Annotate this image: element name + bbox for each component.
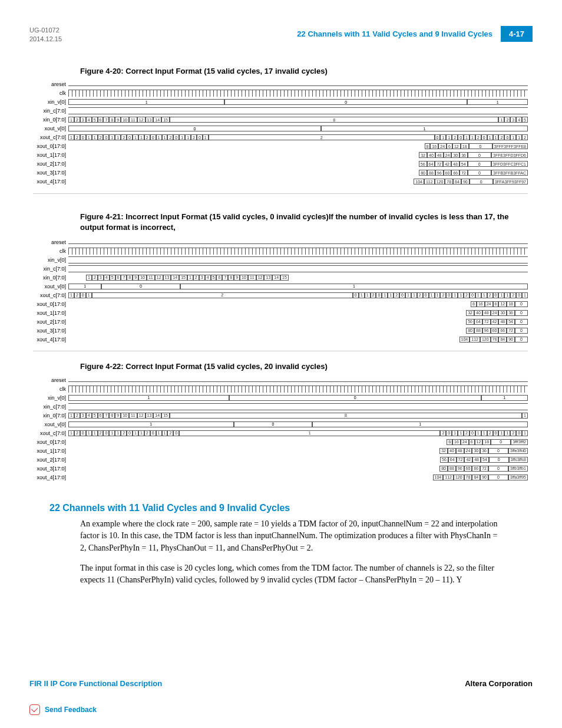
signal-label: xin_c[7:0] [33, 266, 68, 272]
signal-label: xout_3[17:0] [33, 328, 68, 334]
clock-trace [68, 386, 528, 393]
signal-label: xin_c[7:0] [33, 404, 68, 410]
signal-label: xin_0[7:0] [33, 413, 68, 419]
signal-trace: 80889660667203ffb3ffb1 [68, 466, 528, 472]
signal-label: xout_c[7:0] [33, 134, 68, 140]
signal-trace [68, 107, 528, 114]
signal-label: clk [33, 386, 68, 392]
signal-label: xin_v[0] [33, 99, 68, 105]
figure-4-21-waveform: areset clk xin_v[0] xin_c[7:0] xin_0[7:0… [33, 238, 528, 351]
signal-label: xin_v[0] [33, 257, 68, 263]
signal-label: xout_v[0] [33, 284, 68, 289]
signal-trace: 1201120112011201120112012011201120112011… [68, 134, 528, 140]
signal-trace [68, 241, 528, 244]
signal-label: xin_v[0] [33, 395, 68, 401]
signal-label: xout_1[17:0] [33, 448, 68, 454]
footer-chapter-title: FIR II IP Core Functional Description [29, 679, 162, 688]
signal-label: xout_4[17:0] [33, 337, 68, 342]
body-paragraph: The input format in this case is 20 cycl… [80, 562, 503, 587]
signal-label: xout_3[17:0] [33, 170, 68, 176]
signal-label: xout_2[17:0] [33, 161, 68, 167]
figure-4-22-waveform: areset clk xin_v[0]101 xin_c[7:0] xin_0[… [33, 375, 528, 489]
clock-trace [68, 90, 528, 97]
signal-trace: 123456789101112131415812345 [68, 117, 528, 123]
signal-label: areset [33, 81, 68, 87]
signal-label: xout_0[17:0] [33, 143, 68, 149]
signal-label: xout_4[17:0] [33, 179, 68, 185]
signal-trace: 10411212078849003ffa3ff95 [68, 475, 528, 480]
header-left: UG-01072 2014.12.15 [29, 26, 62, 44]
signal-trace [68, 265, 528, 272]
signal-trace: 816246121803FFF3FFF3FFE8 [68, 143, 528, 149]
signal-label: areset [33, 239, 68, 245]
signal-label: xout_0[17:0] [33, 301, 68, 307]
signal-trace [68, 403, 528, 410]
signal-label: xout_c[7:0] [33, 292, 68, 298]
figure-4-20-caption: Figure 4-20: Correct Input Format (15 va… [80, 67, 533, 75]
signal-trace: 816246121803fff3fff2 [68, 439, 528, 445]
figure-4-20-waveform: areset clk xin_v[0]101 xin_c[7:0] xin_0[… [33, 80, 528, 194]
signal-trace [68, 378, 528, 382]
signal-label: xout_c[7:0] [33, 430, 68, 436]
signal-label: xout_v[0] [33, 421, 68, 427]
signal-trace: 81624612180 [68, 301, 528, 307]
footer-company: Altera Corporation [465, 679, 533, 688]
signal-trace: 101 [68, 395, 528, 401]
signal-trace: 32404824303603ffe3ffd0 [68, 448, 528, 454]
signal-trace: 01 [68, 126, 528, 131]
signal-trace: 12012011201120112011201120112011201 [68, 292, 528, 298]
signal-label: xin_0[7:0] [33, 275, 68, 281]
signal-label: xout_4[17:0] [33, 475, 68, 480]
signal-trace: 5664724248540 [68, 319, 528, 325]
signal-label: xout_2[17:0] [33, 319, 68, 325]
body-paragraph: An example where the clock rate = 200, s… [80, 518, 503, 554]
signal-label: xout_1[17:0] [33, 310, 68, 316]
header-right: 22 Channels with 11 Valid Cycles and 9 I… [297, 26, 533, 42]
signal-trace: 8088966066720 [68, 328, 528, 334]
page-footer: FIR II IP Core Functional Description Al… [0, 679, 562, 728]
signal-trace: 101 [68, 99, 528, 105]
signal-trace [68, 83, 528, 86]
page-number-badge: 4-17 [501, 26, 533, 42]
feedback-label: Send Feedback [45, 706, 97, 714]
page-header: UG-01072 2014.12.15 22 Channels with 11 … [0, 0, 562, 44]
signal-trace: 10411212078849003FFA3FF93FF97 [68, 179, 528, 185]
signal-trace: 56647242485403ffc3ffc8 [68, 457, 528, 463]
signal-label: xout_0[17:0] [33, 439, 68, 445]
signal-label: xout_3[17:0] [33, 466, 68, 472]
header-section-title: 22 Channels with 11 Valid Cycles and 9 I… [297, 29, 492, 38]
signal-label: xout_1[17:0] [33, 152, 68, 158]
signal-trace [68, 256, 528, 263]
doc-id: UG-01072 [29, 26, 62, 35]
signal-label: xout_v[0] [33, 126, 68, 131]
send-feedback-link[interactable]: Send Feedback [29, 704, 533, 715]
signal-trace: 101 [68, 421, 528, 427]
signal-label: xin_0[7:0] [33, 117, 68, 123]
signal-trace: 3240482430360 [68, 310, 528, 316]
signal-trace: 1041121207884900 [68, 337, 528, 342]
signal-label: xin_c[7:0] [33, 108, 68, 114]
signal-trace: 101 [68, 284, 528, 289]
signal-trace: 12345678910111213141581 [68, 413, 528, 419]
signal-trace: 12011201120112011201201120112011201 [68, 430, 528, 436]
signal-label: areset [33, 377, 68, 383]
figure-4-22-caption: Figure 4-22: Correct Input Format (15 va… [80, 362, 533, 371]
signal-label: clk [33, 90, 68, 96]
feedback-icon [29, 704, 40, 715]
doc-date: 2014.12.15 [29, 35, 62, 44]
clock-trace [68, 248, 528, 255]
signal-trace: 32404824303603FFE3FFD3FFD6 [68, 152, 528, 158]
signal-label: clk [33, 248, 68, 254]
signal-label: xout_2[17:0] [33, 457, 68, 463]
signal-trace: 56647242485403FFD3FFC3FFC1 [68, 161, 528, 167]
signal-trace: 1234567891011121314151234567891011121314… [68, 275, 528, 281]
figure-4-21-caption: Figure 4-21: Incorrect Input Format (15 … [80, 212, 533, 233]
signal-trace: 80889660667203FFB3FFB3FFAC [68, 170, 528, 176]
section-heading: 22 Channels with 11 Valid Cycles and 9 I… [49, 503, 533, 513]
